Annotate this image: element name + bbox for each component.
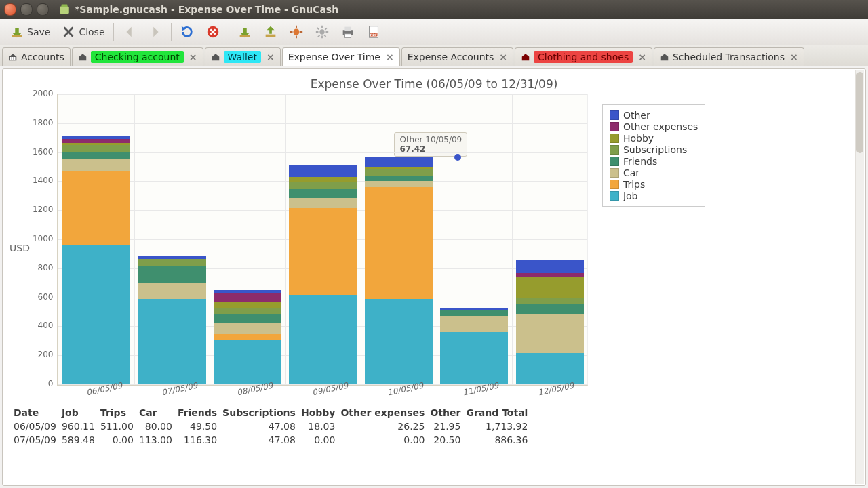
account-icon xyxy=(660,52,669,62)
svg-rect-0 xyxy=(60,7,69,14)
tab-close-icon[interactable]: × xyxy=(638,52,646,62)
x-axis-ticks: 06/05/0907/05/0908/05/0909/05/0910/05/09… xyxy=(65,386,594,402)
col-header: Other xyxy=(430,406,466,420)
tab-close-icon[interactable]: × xyxy=(189,52,197,62)
col-header: Date xyxy=(14,406,62,420)
svg-rect-14 xyxy=(10,57,12,60)
tab-close-icon[interactable]: × xyxy=(790,52,798,62)
tab-close-icon[interactable]: × xyxy=(499,52,507,62)
table-row: 06/05/09960.11511.0080.0049.5047.0818.03… xyxy=(14,420,533,433)
window-maximize-icon[interactable] xyxy=(37,3,49,16)
chart-hover-marker xyxy=(454,154,461,161)
svg-rect-16 xyxy=(14,57,16,60)
col-header: Other expenses xyxy=(340,406,430,420)
y-axis-ticks: 0200400600800100012001400160018002000 xyxy=(33,94,58,384)
table-row: 07/05/09589.480.00113.00116.3047.080.000… xyxy=(14,433,533,447)
col-header: Car xyxy=(139,406,178,420)
svg-rect-2 xyxy=(12,35,22,37)
tab-close-icon[interactable]: × xyxy=(386,52,394,62)
account-icon xyxy=(78,52,87,62)
bar-06/05/09[interactable] xyxy=(62,136,130,384)
bar-07/05/09[interactable] xyxy=(138,256,206,384)
chart-title: Expense Over Time (06/05/09 to 12/31/09) xyxy=(3,69,865,94)
bar-10/05/09[interactable] xyxy=(365,157,433,384)
save-button[interactable]: Save xyxy=(4,22,56,42)
col-header: Grand Total xyxy=(466,406,533,420)
account-icon xyxy=(521,52,530,62)
col-header: Friends xyxy=(178,406,222,420)
col-header: Hobby xyxy=(301,406,341,420)
window-title: *Sample.gnucash - Expense Over Time - Gn… xyxy=(75,4,338,15)
data-table: DateJobTripsCarFriendsSubscriptionsHobby… xyxy=(14,406,533,447)
col-header: Trips xyxy=(100,406,139,420)
options-button[interactable] xyxy=(283,22,309,42)
export-button[interactable] xyxy=(232,22,258,42)
settings-button[interactable] xyxy=(309,22,335,42)
bar-12/05/09[interactable] xyxy=(516,260,584,384)
y-axis-label: USD xyxy=(9,243,30,253)
export-alt-button[interactable] xyxy=(258,22,283,42)
svg-rect-10 xyxy=(344,34,351,38)
svg-text:PDF: PDF xyxy=(370,33,376,37)
tab-clothing[interactable]: Clothing and shoes × xyxy=(515,47,652,66)
print-button[interactable] xyxy=(335,22,361,42)
svg-rect-5 xyxy=(265,35,275,37)
svg-rect-9 xyxy=(344,27,351,31)
svg-rect-4 xyxy=(239,35,250,37)
vertical-scrollbar[interactable] xyxy=(855,70,864,484)
nav-back-button[interactable] xyxy=(117,22,142,42)
close-button[interactable]: Close xyxy=(56,22,110,42)
stop-button[interactable] xyxy=(200,22,226,42)
window-titlebar: *Sample.gnucash - Expense Over Time - Gn… xyxy=(0,0,868,19)
bar-09/05/09[interactable] xyxy=(289,165,357,384)
bar-08/05/09[interactable] xyxy=(214,290,281,384)
tab-accounts[interactable]: Accounts xyxy=(2,47,71,66)
reload-button[interactable] xyxy=(174,22,200,42)
accounts-icon xyxy=(8,52,18,62)
document-tabbar: Accounts Checking account × Wallet × Exp… xyxy=(0,45,868,66)
chart-tooltip: Other 10/05/09 67.42 xyxy=(394,132,467,157)
account-icon xyxy=(211,52,220,62)
svg-rect-1 xyxy=(62,5,68,8)
col-header: Job xyxy=(62,406,100,420)
chart-plot-area[interactable]: Other 10/05/09 67.42 xyxy=(57,94,588,386)
svg-rect-15 xyxy=(12,57,14,60)
svg-point-6 xyxy=(293,28,299,35)
chart-legend: Other Other expenses Hobby Subscriptions… xyxy=(602,104,705,207)
tab-checking[interactable]: Checking account × xyxy=(72,47,203,66)
tab-scheduled[interactable]: Scheduled Transactions × xyxy=(654,47,804,66)
window-minimize-icon[interactable] xyxy=(20,3,33,16)
window-close-icon[interactable] xyxy=(4,3,16,16)
tab-expense-over-time[interactable]: Expense Over Time × xyxy=(282,47,400,66)
main-toolbar: Save Close PDF xyxy=(0,19,868,45)
pdf-export-button[interactable]: PDF xyxy=(361,22,387,42)
svg-point-7 xyxy=(319,29,324,34)
nav-forward-button[interactable] xyxy=(142,22,168,42)
report-content: Expense Over Time (06/05/09 to 12/31/09)… xyxy=(2,68,866,486)
col-header: Subscriptions xyxy=(222,406,301,420)
tab-wallet[interactable]: Wallet × xyxy=(205,47,281,66)
tab-expense-accounts[interactable]: Expense Accounts × xyxy=(401,47,513,66)
app-icon xyxy=(58,3,71,16)
tab-close-icon[interactable]: × xyxy=(267,52,275,62)
